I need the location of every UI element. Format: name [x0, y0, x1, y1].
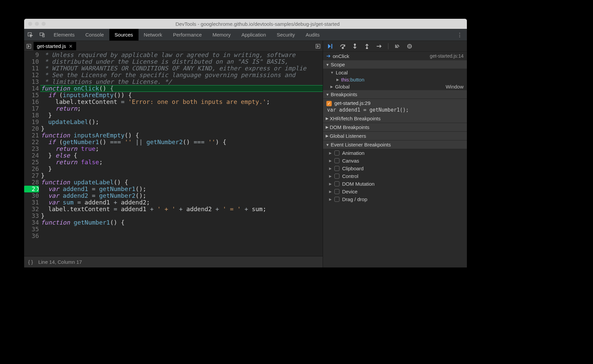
file-tabs: get-started.js ✕: [24, 41, 323, 52]
line-gutter[interactable]: 9101112131415161718192021222324252627282…: [24, 52, 40, 256]
tab-security[interactable]: Security: [271, 29, 300, 41]
callframe-arrow-icon: ➔: [326, 53, 331, 59]
event-list: ▶Animation▶Canvas▶Clipboard▶Control▶DOM …: [323, 149, 467, 203]
debugger-pane: ➔ onClick get-started.js:14 ▼Scope ▼Loca…: [323, 41, 467, 267]
tab-network[interactable]: Network: [139, 29, 168, 41]
scope-local-var[interactable]: ▶this: button: [323, 76, 467, 83]
tab-console[interactable]: Console: [80, 29, 109, 41]
file-tab[interactable]: get-started.js ✕: [34, 42, 76, 50]
svg-point-7: [354, 44, 356, 45]
status-bar: { } Line 14, Column 17: [24, 256, 323, 267]
event-category[interactable]: ▶DOM Mutation: [323, 180, 467, 188]
titlebar: DevTools - googlechrome.github.io/devtoo…: [24, 19, 467, 29]
debug-toolbar: [323, 41, 467, 52]
callframe-loc: get-started.js:14: [430, 53, 464, 59]
scope-header[interactable]: ▼Scope: [323, 60, 467, 69]
breakpoint-preview: var addend1 = getNumber1();: [326, 107, 464, 113]
more-icon[interactable]: ⋮: [452, 32, 467, 38]
deactivate-breakpoints-icon[interactable]: [394, 44, 400, 49]
tab-audits[interactable]: Audits: [300, 29, 325, 41]
tab-sources[interactable]: Sources: [109, 29, 139, 41]
code-editor[interactable]: 9101112131415161718192021222324252627282…: [24, 52, 323, 256]
close-dot[interactable]: [28, 22, 32, 26]
step-over-icon[interactable]: [340, 44, 346, 49]
breakpoint-item[interactable]: ✓get-started.js:29 var addend1 = getNumb…: [323, 99, 467, 114]
step-icon[interactable]: [376, 44, 382, 49]
event-category[interactable]: ▶Device: [323, 188, 467, 195]
tab-elements[interactable]: Elements: [48, 29, 80, 41]
breakpoint-label: get-started.js:29: [334, 100, 371, 106]
breakpoint-checkbox[interactable]: ✓: [326, 101, 332, 106]
minimize-dot[interactable]: [35, 22, 39, 26]
scope-local[interactable]: ▼Local: [323, 69, 467, 76]
event-listener-header[interactable]: ▼Event Listener Breakpoints: [323, 140, 467, 149]
svg-rect-10: [409, 45, 409, 48]
event-category[interactable]: ▶Drag / drop: [323, 195, 467, 203]
window-title: DevTools - googlechrome.github.io/devtoo…: [52, 21, 463, 27]
global-listeners-header[interactable]: ▶Global Listeners: [323, 132, 467, 140]
step-out-icon[interactable]: [364, 44, 370, 49]
event-category[interactable]: ▶Clipboard: [323, 165, 467, 172]
zoom-dot[interactable]: [42, 22, 46, 26]
close-tab-icon[interactable]: ✕: [69, 44, 73, 49]
svg-rect-11: [410, 45, 411, 48]
file-tab-label: get-started.js: [37, 43, 66, 49]
svg-point-8: [366, 48, 368, 49]
dom-breakpoints-header[interactable]: ▶DOM Breakpoints: [323, 123, 467, 132]
show-navigator-icon[interactable]: [24, 44, 34, 49]
svg-point-6: [342, 47, 343, 49]
code-content[interactable]: * Unless required by applicable law or a…: [40, 52, 323, 256]
resume-icon[interactable]: [328, 44, 334, 49]
xhr-breakpoints-header[interactable]: ▶XHR/fetch Breakpoints: [323, 114, 467, 123]
editor-pane: get-started.js ✕ 91011121314151617181920…: [24, 41, 323, 267]
step-into-icon[interactable]: [352, 44, 358, 49]
callframe-fn: onClick: [333, 53, 349, 59]
call-frame[interactable]: ➔ onClick get-started.js:14: [323, 52, 467, 60]
format-icon[interactable]: { }: [28, 259, 33, 265]
scope-global[interactable]: ▶GlobalWindow: [323, 83, 467, 90]
svg-point-9: [407, 44, 412, 49]
event-category[interactable]: ▶Canvas: [323, 157, 467, 165]
panel-tabs: Elements Console Sources Network Perform…: [24, 29, 467, 41]
breakpoints-header[interactable]: ▼Breakpoints: [323, 90, 467, 99]
tab-memory[interactable]: Memory: [207, 29, 236, 41]
show-debugger-icon[interactable]: [313, 44, 323, 49]
main-area: get-started.js ✕ 91011121314151617181920…: [24, 41, 467, 267]
tab-application[interactable]: Application: [236, 29, 271, 41]
devtools-window: DevTools - googlechrome.github.io/devtoo…: [24, 19, 467, 267]
inspect-icon[interactable]: [24, 32, 36, 38]
pause-exceptions-icon[interactable]: [407, 44, 413, 49]
device-toggle-icon[interactable]: [36, 32, 48, 38]
svg-rect-5: [331, 44, 332, 49]
event-category[interactable]: ▶Control: [323, 172, 467, 180]
traffic-lights: [28, 22, 46, 26]
event-category[interactable]: ▶Animation: [323, 149, 467, 157]
tab-performance[interactable]: Performance: [168, 29, 207, 41]
cursor-position: Line 14, Column 17: [38, 259, 82, 265]
